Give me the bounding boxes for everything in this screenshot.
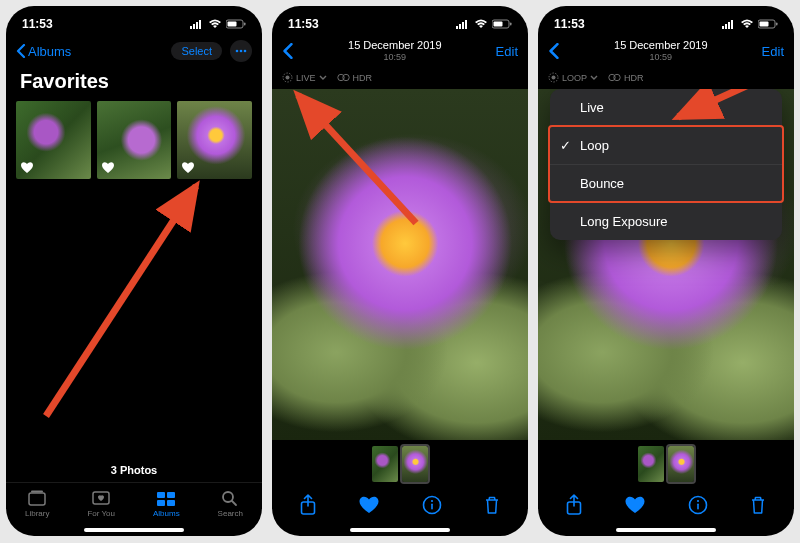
status-time: 11:53	[554, 17, 585, 31]
photo-thumbnail[interactable]	[97, 101, 172, 179]
live-photo-icon	[548, 72, 559, 83]
albums-icon	[156, 489, 176, 507]
phone-screen-menu: 11:53 15 December 2019 10:59 Edit LOOP H…	[538, 6, 794, 536]
delete-button[interactable]	[749, 495, 767, 515]
battery-icon	[492, 19, 512, 29]
svg-rect-22	[465, 20, 467, 29]
hdr-rings-icon	[337, 73, 350, 82]
chevron-left-icon	[548, 43, 560, 59]
share-button[interactable]	[565, 494, 583, 516]
search-icon	[220, 489, 240, 507]
photo-thumbnail[interactable]	[16, 101, 91, 179]
photo-count: 3 Photos	[6, 458, 262, 482]
nav-title: 15 December 2019 10:59	[348, 39, 442, 63]
menu-item-long-exposure[interactable]: Long Exposure	[550, 203, 782, 240]
tab-bar: Library For You Albums Search	[6, 482, 262, 528]
chevron-left-icon	[282, 43, 294, 59]
more-button[interactable]	[230, 40, 252, 62]
status-bar: 11:53	[6, 6, 262, 36]
checkmark-icon: ✓	[560, 138, 571, 153]
info-button[interactable]	[422, 495, 442, 515]
svg-rect-35	[722, 26, 724, 29]
filmstrip-thumb[interactable]	[402, 446, 428, 482]
home-indicator[interactable]	[84, 528, 184, 532]
page-title: Favorites	[6, 66, 262, 101]
signal-icon	[190, 19, 204, 29]
svg-rect-25	[510, 23, 512, 26]
wifi-icon	[740, 19, 754, 29]
svg-point-9	[244, 50, 247, 53]
status-indicators	[456, 19, 512, 29]
photo-toolbar	[538, 484, 794, 528]
menu-item-loop[interactable]: ✓ Loop	[550, 127, 782, 165]
back-button[interactable]: Albums	[16, 44, 71, 59]
photo-time: 10:59	[348, 52, 442, 63]
home-indicator[interactable]	[350, 528, 450, 532]
live-badge-button[interactable]: LIVE	[282, 72, 327, 83]
svg-rect-1	[193, 24, 195, 29]
signal-icon	[456, 19, 470, 29]
svg-rect-40	[760, 22, 769, 27]
filmstrip-thumb[interactable]	[668, 446, 694, 482]
back-button[interactable]	[282, 43, 294, 59]
photo-viewport[interactable]	[272, 89, 528, 440]
chevron-down-icon	[319, 75, 327, 81]
favorite-heart-icon	[181, 161, 195, 175]
status-bar: 11:53	[272, 6, 528, 36]
menu-item-live[interactable]: Live	[550, 89, 782, 127]
tab-label: Library	[25, 509, 49, 518]
edit-button[interactable]: Edit	[496, 44, 518, 59]
svg-rect-21	[462, 22, 464, 29]
tab-search[interactable]: Search	[218, 489, 243, 518]
svg-rect-3	[199, 20, 201, 29]
svg-rect-11	[31, 491, 43, 493]
filmstrip	[538, 440, 794, 484]
share-button[interactable]	[299, 494, 317, 516]
status-time: 11:53	[22, 17, 53, 31]
nav-title: 15 December 2019 10:59	[614, 39, 708, 63]
favorite-button[interactable]	[624, 495, 646, 515]
chevron-down-icon	[590, 75, 598, 81]
phone-screen-favorites: 11:53 Albums Select Favorites 3	[6, 6, 262, 536]
svg-point-42	[552, 76, 556, 80]
info-button[interactable]	[688, 495, 708, 515]
heart-filled-icon	[624, 495, 646, 515]
svg-rect-16	[167, 500, 175, 506]
select-button[interactable]: Select	[171, 42, 222, 60]
photo-thumbnail[interactable]	[177, 101, 252, 179]
photo-viewport[interactable]: Live ✓ Loop Bounce Long Exposure	[538, 89, 794, 440]
live-badge-button[interactable]: LOOP	[548, 72, 598, 83]
nav-header: Albums Select	[6, 36, 262, 66]
filmstrip-thumb[interactable]	[638, 446, 664, 482]
nav-header: 15 December 2019 10:59 Edit	[538, 36, 794, 66]
home-indicator[interactable]	[616, 528, 716, 532]
svg-point-8	[240, 50, 243, 53]
svg-rect-34	[431, 504, 433, 510]
edit-button[interactable]: Edit	[762, 44, 784, 59]
svg-point-33	[431, 500, 433, 502]
library-icon	[27, 489, 47, 507]
hdr-label: HDR	[353, 73, 373, 83]
svg-rect-15	[157, 500, 165, 506]
ellipsis-icon	[235, 49, 247, 53]
photo-toolbar	[272, 484, 528, 528]
tab-library[interactable]: Library	[25, 489, 49, 518]
svg-rect-37	[728, 22, 730, 29]
tab-albums[interactable]: Albums	[153, 489, 180, 518]
battery-icon	[226, 19, 246, 29]
favorite-button[interactable]	[358, 495, 380, 515]
photo-time: 10:59	[614, 52, 708, 63]
menu-item-label: Loop	[580, 138, 609, 153]
info-icon	[688, 495, 708, 515]
hdr-badge: HDR	[608, 73, 644, 83]
tab-foryou[interactable]: For You	[87, 489, 115, 518]
menu-item-bounce[interactable]: Bounce	[550, 165, 782, 203]
delete-button[interactable]	[483, 495, 501, 515]
hdr-badge: HDR	[337, 73, 373, 83]
filmstrip	[272, 440, 528, 484]
hdr-rings-icon	[608, 73, 621, 82]
hdr-label: HDR	[624, 73, 644, 83]
back-button[interactable]	[548, 43, 560, 59]
filmstrip-thumb[interactable]	[372, 446, 398, 482]
svg-rect-24	[494, 22, 503, 27]
